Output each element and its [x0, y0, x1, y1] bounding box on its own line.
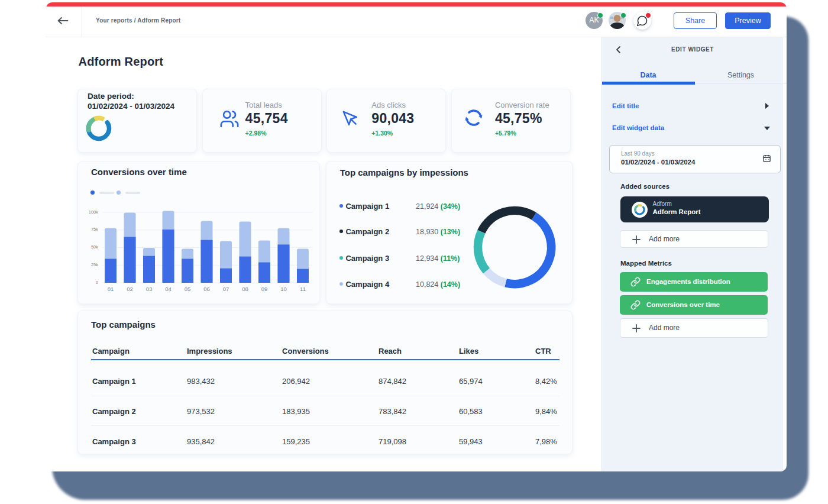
svg-text:09: 09	[261, 286, 268, 292]
svg-text:06: 06	[203, 286, 210, 292]
svg-text:04: 04	[165, 286, 172, 292]
svg-text:100k: 100k	[89, 209, 99, 215]
svg-text:75k: 75k	[91, 227, 98, 232]
svg-text:11: 11	[300, 286, 306, 292]
svg-text:01: 01	[108, 286, 114, 292]
svg-text:05: 05	[185, 286, 191, 292]
svg-text:03: 03	[146, 286, 153, 292]
svg-text:07: 07	[223, 286, 229, 292]
svg-text:0: 0	[96, 280, 98, 285]
svg-text:08: 08	[242, 286, 248, 292]
svg-text:50k: 50k	[91, 244, 98, 250]
svg-text:10: 10	[280, 286, 287, 292]
svg-text:02: 02	[127, 286, 133, 292]
svg-text:25k: 25k	[91, 262, 98, 267]
